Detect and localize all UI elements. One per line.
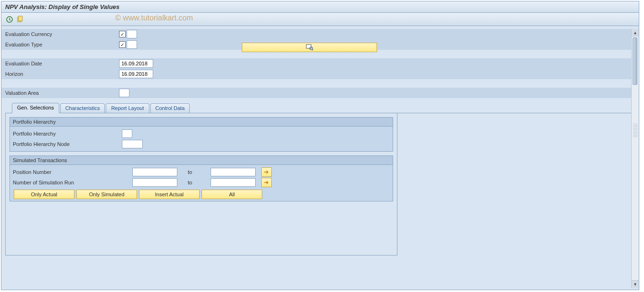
group-title-portfolio: Portfolio Hierarchy	[10, 118, 393, 127]
input-valuation-area[interactable]	[119, 89, 129, 97]
label-to: to	[188, 169, 211, 175]
tab-panel: Portfolio Hierarchy Portfolio Hierarchy …	[5, 113, 397, 256]
label-eval-date: Evaluation Date	[5, 61, 119, 66]
arrow-right-icon	[263, 169, 270, 175]
svg-line-5	[312, 49, 313, 50]
input-portfolio-hierarchy[interactable]	[122, 129, 132, 138]
search-icon	[306, 44, 313, 51]
btn-only-simulated[interactable]: Only Simulated	[76, 190, 137, 199]
execute-icon[interactable]	[5, 15, 14, 24]
label-valuation-area: Valuation Area	[5, 90, 119, 96]
label-portfolio-hierarchy: Portfolio Hierarchy	[13, 131, 122, 137]
required-check-icon: ✓	[119, 41, 126, 48]
row-horizon: Horizon	[1, 69, 639, 79]
input-eval-currency[interactable]	[127, 30, 137, 38]
svg-rect-2	[18, 16, 22, 21]
scroll-grip	[633, 124, 638, 138]
label-eval-type: Evaluation Type	[5, 42, 119, 47]
label-position-number: Position Number	[13, 169, 132, 175]
group-title-simulated: Simulated Transactions	[10, 156, 393, 165]
input-position-from[interactable]	[132, 168, 177, 176]
tabs-container: Gen. Selections Characteristics Report L…	[5, 103, 635, 256]
label-sim-run: Number of Simulation Run	[13, 180, 132, 185]
multi-select-button[interactable]	[261, 178, 272, 187]
input-portfolio-node[interactable]	[122, 140, 143, 148]
input-eval-date[interactable]	[119, 59, 153, 68]
tab-strip: Gen. Selections Characteristics Report L…	[5, 103, 635, 113]
label-horizon: Horizon	[5, 71, 119, 77]
row-valuation-area: Valuation Area	[1, 88, 639, 98]
vertical-scrollbar[interactable]: ▲ ▼	[631, 29, 639, 288]
scroll-thumb[interactable]	[633, 37, 637, 85]
page-title: NPV Analysis: Display of Single Values	[1, 1, 639, 13]
btn-all[interactable]: All	[202, 190, 262, 199]
label-eval-currency: Evaluation Currency	[5, 31, 119, 37]
search-help-bar[interactable]	[242, 43, 377, 52]
toolbar: © www.tutorialkart.com	[1, 13, 639, 26]
content-area: Evaluation Currency ✓ Evaluation Type ✓ …	[1, 26, 639, 290]
input-horizon[interactable]	[119, 70, 153, 78]
tab-report-layout[interactable]: Report Layout	[106, 103, 149, 113]
label-to: to	[188, 180, 211, 185]
input-simrun-from[interactable]	[132, 178, 177, 187]
tab-characteristics[interactable]: Characteristics	[60, 103, 105, 113]
input-simrun-to[interactable]	[211, 178, 256, 187]
row-eval-date: Evaluation Date	[1, 58, 639, 69]
input-position-to[interactable]	[211, 168, 256, 176]
svg-rect-3	[306, 45, 311, 48]
label-portfolio-node: Portfolio Hierarchy Node	[13, 141, 122, 147]
row-eval-currency: Evaluation Currency ✓	[1, 29, 639, 39]
variant-icon[interactable]	[16, 15, 24, 24]
group-portfolio-hierarchy: Portfolio Hierarchy Portfolio Hierarchy …	[9, 117, 393, 152]
scroll-up-icon[interactable]: ▲	[632, 29, 639, 36]
required-check-icon: ✓	[119, 31, 126, 37]
scroll-down-icon[interactable]: ▼	[632, 280, 639, 288]
arrow-right-icon	[263, 180, 270, 185]
watermark: © www.tutorialkart.com	[115, 14, 193, 22]
tab-gen-selections[interactable]: Gen. Selections	[12, 103, 59, 113]
input-eval-type[interactable]	[127, 40, 137, 49]
tab-control-data[interactable]: Control Data	[150, 103, 190, 113]
group-simulated-transactions: Simulated Transactions Position Number t…	[9, 155, 393, 201]
btn-insert-actual[interactable]: Insert Actual	[139, 190, 200, 199]
btn-only-actual[interactable]: Only Actual	[14, 190, 74, 199]
multi-select-button[interactable]	[261, 167, 272, 177]
